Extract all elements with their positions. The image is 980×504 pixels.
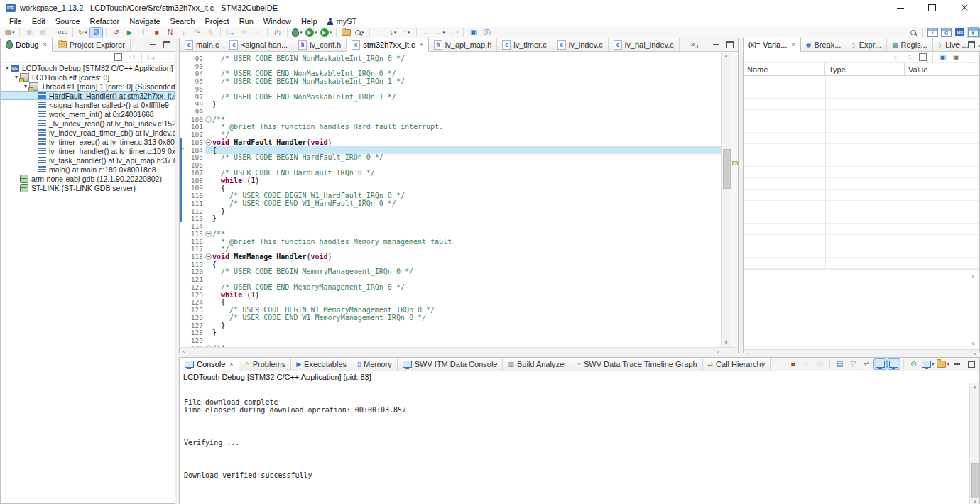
code-line[interactable]: 118void MemManage_Handler(void) bbox=[180, 253, 721, 261]
scroll-up-arrow[interactable]: ∧ bbox=[970, 383, 979, 392]
code-line[interactable]: 93 bbox=[180, 62, 721, 70]
run-button[interactable]: ▶▾ bbox=[305, 28, 318, 38]
scroll-left-arrow[interactable]: ‹ bbox=[180, 348, 188, 355]
tree-expander-icon[interactable]: ▾ bbox=[4, 65, 11, 71]
open-perspective-button[interactable]: + bbox=[927, 28, 939, 38]
code-line[interactable]: 119{ bbox=[180, 261, 721, 268]
console-view-tab-call-hierarchy[interactable]: ⇄Call Hierarchy bbox=[703, 358, 771, 371]
code-line[interactable]: 94 /* USER CODE END NonMaskableInt_IRQn … bbox=[180, 70, 721, 77]
debug-tree-item[interactable]: main() at main.c:189 0x80018e8 bbox=[1, 165, 175, 174]
code-line[interactable]: 124 { bbox=[180, 299, 721, 307]
use-step-filters-button[interactable]: ∕ bbox=[251, 28, 263, 38]
console-view-tab-build-analyzer[interactable]: ▥Build Analyzer bbox=[503, 358, 572, 371]
open-console-button[interactable]: ▾ bbox=[936, 359, 950, 369]
minimize-view-button[interactable] bbox=[952, 40, 962, 50]
source-code[interactable]: 92 /* USER CODE BEGIN NonMaskableInt_IRQ… bbox=[180, 52, 721, 347]
show-console-on-stdout-button[interactable] bbox=[874, 359, 886, 369]
view-menu-button[interactable]: ⋮ bbox=[964, 53, 976, 62]
variables-table-header[interactable]: NameTypeValue bbox=[744, 63, 979, 76]
variables-view-tab-expr-[interactable]: ∑Expr... bbox=[846, 38, 887, 51]
editor-vertical-scrollbar[interactable]: ∧ ∨ bbox=[721, 52, 731, 347]
scroll-right-arrow[interactable]: › bbox=[714, 348, 722, 355]
code-line[interactable]: 106 bbox=[180, 161, 721, 169]
cubemx-perspective-button[interactable]: MX bbox=[954, 28, 966, 38]
debug-view-tab-debug[interactable]: Debug× bbox=[1, 38, 53, 52]
next-annotation-button[interactable]: ↓▾ bbox=[387, 28, 399, 38]
editor-tab-lv-api-map-h[interactable]: hlv_api_map.h bbox=[429, 38, 497, 51]
code-line[interactable]: 95 /* USER CODE BEGIN NonMaskableInt_IRQ… bbox=[180, 77, 721, 85]
close-tab-icon[interactable]: × bbox=[229, 361, 233, 368]
debug-tree-item[interactable]: work_mem_int() at 0x24001668 bbox=[1, 109, 175, 119]
minimize-view-button[interactable] bbox=[711, 40, 721, 50]
pin-view-button[interactable]: ▣ bbox=[950, 53, 962, 62]
editor-tab-stm32h7xx-it-c[interactable]: cstm32h7xx_it.c× bbox=[347, 38, 429, 52]
display-selected-console-button[interactable]: ▾ bbox=[921, 359, 935, 369]
editor-tab-lv-timer-c[interactable]: clv_timer.c bbox=[497, 38, 552, 51]
code-line[interactable]: 97 /* USER CODE END NonMaskableInt_IRQn … bbox=[180, 93, 721, 101]
close-tab-icon[interactable]: × bbox=[791, 41, 795, 48]
variables-horizontal-scrollbar[interactable]: ‹ › bbox=[744, 349, 979, 357]
menu-search[interactable]: Search bbox=[165, 16, 200, 26]
myst-menu-button[interactable]: myST bbox=[322, 17, 362, 26]
menu-source[interactable]: Source bbox=[50, 16, 85, 26]
launch-configuration-button[interactable]: ↻▾ bbox=[77, 28, 89, 38]
code-line[interactable]: 123 while (1) bbox=[180, 291, 721, 299]
close-tab-icon[interactable]: × bbox=[420, 41, 423, 48]
scroll-up-arrow[interactable]: ∧ bbox=[722, 52, 731, 60]
code-line[interactable]: 117 */ bbox=[180, 245, 721, 253]
new-variables-view-button[interactable]: ▣ bbox=[937, 53, 949, 62]
menu-run[interactable]: Run bbox=[234, 16, 258, 26]
variables-view-tab-regis-[interactable]: ▦Regis... bbox=[887, 38, 933, 51]
debug-tree-item[interactable]: lv_indev_read_timer_cb() at lv_indev.c:8… bbox=[1, 128, 175, 137]
editor-tab-lv-indev-c[interactable]: clv_indev.c bbox=[552, 38, 609, 51]
debug-tree-item[interactable]: <signal handler called>() at 0xffffffe9 bbox=[1, 100, 175, 109]
maximize-view-button[interactable] bbox=[967, 40, 976, 50]
back-button[interactable]: ←▾ bbox=[434, 28, 446, 38]
detail-scroll-down-arrow[interactable]: ∨ bbox=[969, 339, 978, 348]
scroll-left-arrow[interactable]: ‹ bbox=[744, 350, 752, 357]
console-view-tab-problems[interactable]: ⚠Problems bbox=[239, 358, 292, 371]
fold-collapse-icon[interactable] bbox=[205, 231, 212, 237]
terminate-console-button[interactable]: ■ bbox=[787, 359, 799, 369]
information-center-button[interactable]: ⓘ bbox=[481, 28, 493, 38]
reset-chip-and-restart-button[interactable]: ↺ bbox=[110, 28, 122, 38]
overview-annotation-mark[interactable] bbox=[732, 161, 738, 165]
scroll-down-arrow[interactable]: ∨ bbox=[722, 339, 731, 347]
minimize-view-button[interactable] bbox=[148, 40, 158, 50]
view-menu-button[interactable]: ⋮ bbox=[159, 53, 171, 62]
code-line[interactable]: 103void HardFault_Handler(void) bbox=[180, 138, 721, 146]
suspend-button[interactable]: ‖ bbox=[137, 28, 149, 38]
code-line[interactable]: 121 bbox=[180, 275, 721, 283]
debug-perspective-button[interactable]: ✳ bbox=[967, 28, 979, 38]
code-line[interactable]: 129 bbox=[180, 336, 721, 344]
scroll-right-arrow[interactable]: › bbox=[971, 350, 979, 357]
code-line[interactable]: 122 /* USER CODE END MemoryManagement_IR… bbox=[180, 283, 721, 291]
detail-scroll-up-arrow[interactable]: ∧ bbox=[969, 272, 978, 280]
console-view-tab-console[interactable]: Console× bbox=[180, 358, 239, 371]
code-line[interactable]: 101 * @brief This function handles Hard … bbox=[180, 124, 721, 131]
profile-button[interactable]: ◷ bbox=[271, 28, 283, 38]
menu-edit[interactable]: Edit bbox=[27, 16, 50, 26]
menu-window[interactable]: Window bbox=[258, 16, 296, 26]
menu-navigate[interactable]: Navigate bbox=[124, 16, 165, 26]
step-into-button[interactable]: ↓ bbox=[178, 28, 190, 38]
debug-tree-item[interactable]: lv_task_handler() at lv_api_map.h:37 0x8… bbox=[1, 155, 175, 165]
open-new-window-button[interactable]: ▣ bbox=[467, 28, 479, 38]
code-line[interactable]: 108 while (1) bbox=[180, 177, 721, 185]
debug-tree-item[interactable]: ▾Thread #1 [main] 1 [core: 0] (Suspended… bbox=[1, 82, 175, 91]
console-view-tab-swv-data-trace-timeline-graph[interactable]: ~SWV Data Trace Timeline Graph bbox=[572, 358, 703, 371]
debug-tree-item[interactable]: _lv_indev_read() at lv_hal_indev.c:152 0… bbox=[1, 119, 175, 128]
hidden-tabs-indicator[interactable]: »3 bbox=[691, 38, 699, 51]
stack-frame-selected[interactable]: HardFault_Handler() at stm32h7xx_it.c:10… bbox=[1, 91, 175, 100]
console-vertical-scrollbar[interactable]: ∧ ∨ bbox=[969, 383, 979, 504]
console-view-tab-memory[interactable]: ▯Memory bbox=[352, 358, 398, 371]
code-line[interactable]: 102 */ bbox=[180, 131, 721, 138]
skip-all-breakpoints-button[interactable]: Ø bbox=[90, 28, 102, 38]
debug-tree-item[interactable]: lv_timer_exec() at lv_timer.c:313 0x803a… bbox=[1, 137, 175, 146]
debug-tree-item[interactable]: ST-LINK (ST-LINK GDB server) bbox=[1, 183, 175, 192]
debug-tree-item[interactable]: ▾LCDTouch.elf [cores: 0] bbox=[1, 72, 175, 82]
editor-scroll-thumb[interactable] bbox=[723, 149, 731, 189]
code-line[interactable]: 100/** bbox=[180, 116, 721, 124]
drop-to-frame-button[interactable]: ≫ bbox=[238, 28, 250, 38]
code-line[interactable]: 109 { bbox=[180, 184, 721, 192]
